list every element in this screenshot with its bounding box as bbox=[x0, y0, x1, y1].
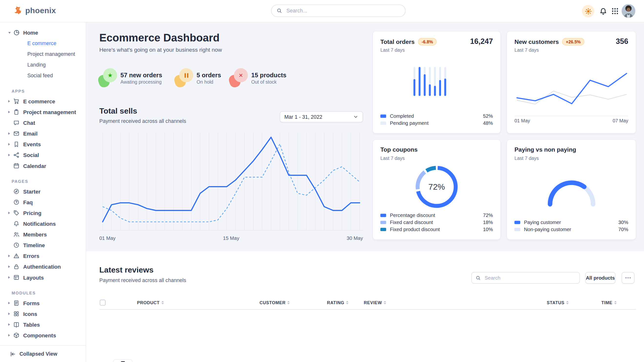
stat-caption: On hold bbox=[197, 79, 221, 84]
sort-icon bbox=[614, 301, 616, 304]
global-search[interactable] bbox=[271, 5, 406, 17]
column-header-rating[interactable]: RATING bbox=[327, 300, 348, 305]
shopping-cart-icon bbox=[13, 98, 19, 104]
new-customers-chart bbox=[514, 61, 629, 118]
sun-icon bbox=[585, 7, 592, 15]
column-header-status[interactable]: STATUS bbox=[547, 300, 568, 305]
reviews-search-input[interactable] bbox=[484, 274, 576, 281]
stat-caption: Out of stock bbox=[251, 79, 286, 84]
collapse-left-icon bbox=[10, 351, 16, 357]
brand-logo[interactable]: phoenix bbox=[11, 5, 56, 16]
column-header-product[interactable]: PRODUCT bbox=[137, 300, 164, 305]
stat-icon: ✕ bbox=[230, 68, 248, 87]
date-range-value: Mar 1 - 31, 2022 bbox=[284, 114, 353, 120]
sidebar-item-landing[interactable]: Landing bbox=[0, 59, 86, 70]
stat-value: 15 products bbox=[251, 71, 286, 78]
all-products-button[interactable]: All products bbox=[585, 272, 616, 284]
sidebar-nav: HomeE commerceProject managementLandingS… bbox=[0, 27, 86, 341]
sidebar-item-starter[interactable]: Starter bbox=[0, 186, 86, 197]
sidebar-item-timeline[interactable]: Timeline bbox=[0, 240, 86, 251]
sidebar-item-email[interactable]: Email bbox=[0, 128, 86, 139]
caret-right-icon bbox=[8, 132, 10, 135]
legend-swatch bbox=[380, 213, 386, 217]
sidebar-item-home[interactable]: Home bbox=[0, 27, 86, 38]
collapse-sidebar-button[interactable]: Collapsed View bbox=[0, 345, 86, 362]
reviews-table: PRODUCTCUSTOMERRATINGREVIEWSTATUSTIMERFi… bbox=[99, 299, 636, 309]
reviews-subtitle: Payment received across all channels bbox=[99, 277, 186, 283]
tag-icon bbox=[13, 210, 19, 216]
stat-icon: ★ bbox=[99, 68, 118, 87]
column-header-time[interactable]: TIME bbox=[601, 300, 616, 305]
column-header-review[interactable]: REVIEW bbox=[364, 300, 386, 305]
legend-row: Fixed card discount 18% bbox=[380, 219, 493, 226]
total-sells-subtitle: Payment received across all channels bbox=[99, 118, 186, 124]
x-tick-label: 01 May bbox=[99, 235, 116, 241]
caret-right-icon bbox=[8, 143, 10, 146]
legend-label: Pending payment bbox=[390, 120, 483, 126]
sidebar-item-e-commerce[interactable]: E commerce bbox=[0, 96, 86, 107]
header-divider bbox=[99, 309, 636, 310]
sidebar-item-project-management[interactable]: Project management bbox=[0, 49, 86, 59]
select-all-checkbox[interactable] bbox=[100, 300, 106, 306]
sidebar-item-pricing[interactable]: Pricing bbox=[0, 207, 86, 218]
apps-grid-icon bbox=[611, 7, 619, 15]
document-icon bbox=[13, 300, 19, 306]
caret-right-icon bbox=[8, 255, 10, 257]
sidebar-item-social[interactable]: Social bbox=[0, 150, 86, 160]
caret-right-icon bbox=[8, 334, 10, 336]
sidebar-item-errors[interactable]: Errors bbox=[0, 251, 86, 261]
caret-right-icon bbox=[8, 265, 10, 268]
reviews-search[interactable] bbox=[472, 272, 580, 284]
card-period: Last 7 days bbox=[514, 156, 539, 161]
sidebar-item-faq[interactable]: Faq bbox=[0, 197, 86, 207]
sort-icon bbox=[566, 301, 568, 304]
paying-gauge-chart bbox=[542, 173, 600, 210]
sidebar-item-tables[interactable]: Tables bbox=[0, 319, 86, 330]
sidebar-item-social-feed[interactable]: Social feed bbox=[0, 70, 86, 81]
table-row: RFitbit Sense Advanced Smartwatch with T… bbox=[99, 357, 636, 362]
sidebar-section-apps: APPS bbox=[0, 86, 86, 96]
notifications-button[interactable] bbox=[598, 6, 608, 16]
sidebar-item-chat[interactable]: Chat bbox=[0, 118, 86, 128]
sidebar-item-members[interactable]: Members bbox=[0, 229, 86, 240]
caret-right-icon bbox=[8, 100, 10, 102]
user-avatar[interactable] bbox=[622, 4, 635, 18]
sort-icon bbox=[346, 301, 348, 304]
apps-menu-button[interactable] bbox=[610, 6, 620, 15]
global-search-input[interactable] bbox=[286, 7, 400, 14]
legend-value: 70% bbox=[618, 226, 628, 232]
caret-right-icon bbox=[8, 154, 10, 156]
column-header-customer[interactable]: CUSTOMER bbox=[260, 300, 290, 305]
sidebar-item-notifications[interactable]: Notifications bbox=[0, 218, 86, 229]
latest-reviews-section: Latest reviews Payment received across a… bbox=[86, 251, 644, 362]
legend-value: 72% bbox=[483, 212, 493, 218]
theme-toggle-button[interactable] bbox=[582, 5, 594, 17]
stat-caption: Awating processing bbox=[120, 79, 162, 84]
sidebar-item-layouts[interactable]: Layouts bbox=[0, 272, 86, 283]
card-title: Top coupons bbox=[380, 146, 418, 153]
pie-chart-icon bbox=[13, 29, 20, 36]
sidebar-item-authentication[interactable]: Authentication bbox=[0, 261, 86, 272]
sidebar-item-components[interactable]: Components bbox=[0, 330, 86, 341]
sidebar-item-events[interactable]: Events bbox=[0, 139, 86, 150]
sidebar-section-pages: PAGES bbox=[0, 176, 86, 186]
compass-icon bbox=[13, 188, 19, 194]
brand-name: phoenix bbox=[25, 6, 56, 15]
date-range-select[interactable]: Mar 1 - 31, 2022 bbox=[280, 111, 363, 122]
sidebar-item-forms[interactable]: Forms bbox=[0, 298, 86, 308]
new-customers-card: New customers +26.5% Last 7 days 356 01 … bbox=[506, 31, 636, 134]
coupons-donut-chart: 72% bbox=[412, 162, 462, 212]
sidebar-item-icons[interactable]: Icons bbox=[0, 308, 86, 319]
x-icon: ✕ bbox=[239, 72, 243, 78]
avatar-photo bbox=[622, 4, 635, 18]
ellipsis-icon bbox=[626, 277, 631, 278]
reviews-more-button[interactable] bbox=[622, 272, 634, 284]
sidebar-item-e-commerce[interactable]: E commerce bbox=[0, 38, 86, 49]
search-icon bbox=[276, 8, 282, 14]
sort-icon bbox=[161, 301, 164, 304]
legend-swatch bbox=[380, 121, 386, 125]
sidebar-item-calendar[interactable]: Calendar bbox=[0, 160, 86, 171]
new-customers-x-labels: 01 May07 May bbox=[514, 118, 628, 123]
sidebar-item-project-management[interactable]: Project management bbox=[0, 107, 86, 118]
legend-swatch bbox=[514, 221, 520, 224]
